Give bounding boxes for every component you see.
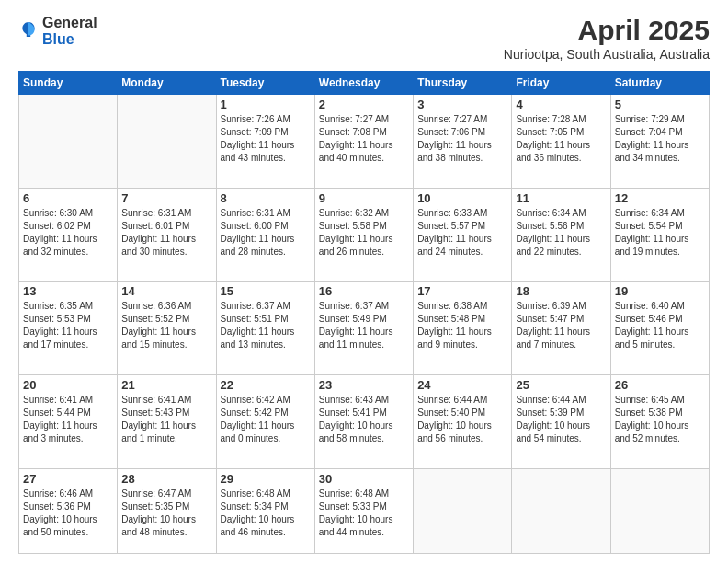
day-number: 6 bbox=[23, 191, 113, 205]
calendar-cell: 10Sunrise: 6:33 AM Sunset: 5:57 PM Dayli… bbox=[414, 188, 512, 282]
day-info: Sunrise: 6:40 AM Sunset: 5:46 PM Dayligh… bbox=[615, 300, 705, 351]
calendar-cell: 5Sunrise: 7:29 AM Sunset: 7:04 PM Daylig… bbox=[610, 95, 709, 189]
calendar-cell: 26Sunrise: 6:45 AM Sunset: 5:38 PM Dayli… bbox=[610, 374, 709, 468]
day-info: Sunrise: 6:47 AM Sunset: 5:35 PM Dayligh… bbox=[121, 488, 211, 539]
calendar-cell: 7Sunrise: 6:31 AM Sunset: 6:01 PM Daylig… bbox=[118, 188, 216, 282]
day-number: 21 bbox=[121, 378, 211, 392]
day-number: 14 bbox=[121, 284, 211, 298]
calendar-cell: 25Sunrise: 6:44 AM Sunset: 5:39 PM Dayli… bbox=[512, 374, 610, 468]
calendar-cell: 13Sunrise: 6:35 AM Sunset: 5:53 PM Dayli… bbox=[19, 282, 118, 375]
day-info: Sunrise: 6:48 AM Sunset: 5:33 PM Dayligh… bbox=[319, 488, 409, 539]
day-number: 5 bbox=[615, 98, 705, 111]
calendar-cell: 30Sunrise: 6:48 AM Sunset: 5:33 PM Dayli… bbox=[314, 468, 413, 553]
day-number: 25 bbox=[516, 378, 606, 392]
day-number: 10 bbox=[417, 191, 507, 205]
calendar-cell bbox=[118, 95, 216, 189]
day-info: Sunrise: 6:41 AM Sunset: 5:43 PM Dayligh… bbox=[121, 394, 211, 445]
day-number: 22 bbox=[221, 378, 311, 392]
calendar-cell: 11Sunrise: 6:34 AM Sunset: 5:56 PM Dayli… bbox=[512, 188, 610, 282]
col-friday: Friday bbox=[512, 72, 610, 95]
day-number: 19 bbox=[615, 284, 705, 298]
col-sunday: Sunday bbox=[19, 72, 118, 95]
day-number: 16 bbox=[319, 284, 409, 298]
calendar-cell: 17Sunrise: 6:38 AM Sunset: 5:48 PM Dayli… bbox=[414, 282, 512, 375]
calendar-cell: 24Sunrise: 6:44 AM Sunset: 5:40 PM Dayli… bbox=[414, 374, 512, 468]
day-info: Sunrise: 6:39 AM Sunset: 5:47 PM Dayligh… bbox=[516, 300, 606, 351]
calendar-cell: 12Sunrise: 6:34 AM Sunset: 5:54 PM Dayli… bbox=[610, 188, 709, 282]
calendar-cell bbox=[414, 468, 512, 553]
day-number: 12 bbox=[615, 191, 705, 205]
day-info: Sunrise: 6:38 AM Sunset: 5:48 PM Dayligh… bbox=[417, 300, 507, 351]
day-info: Sunrise: 6:45 AM Sunset: 5:38 PM Dayligh… bbox=[615, 394, 705, 445]
logo-blue: Blue bbox=[42, 31, 97, 48]
day-info: Sunrise: 6:41 AM Sunset: 5:44 PM Dayligh… bbox=[23, 394, 113, 445]
calendar-cell bbox=[512, 468, 610, 553]
calendar-cell: 23Sunrise: 6:43 AM Sunset: 5:41 PM Dayli… bbox=[314, 374, 413, 468]
day-number: 17 bbox=[417, 284, 507, 298]
day-info: Sunrise: 6:35 AM Sunset: 5:53 PM Dayligh… bbox=[23, 300, 113, 351]
sub-title: Nuriootpa, South Australia, Australia bbox=[504, 47, 710, 62]
day-info: Sunrise: 6:43 AM Sunset: 5:41 PM Dayligh… bbox=[319, 394, 409, 445]
logo-icon bbox=[18, 19, 39, 40]
day-info: Sunrise: 6:46 AM Sunset: 5:36 PM Dayligh… bbox=[23, 488, 113, 539]
calendar-cell: 3Sunrise: 7:27 AM Sunset: 7:06 PM Daylig… bbox=[414, 95, 512, 189]
day-number: 11 bbox=[516, 191, 606, 205]
col-saturday: Saturday bbox=[610, 72, 709, 95]
day-info: Sunrise: 6:37 AM Sunset: 5:49 PM Dayligh… bbox=[319, 300, 409, 351]
day-number: 3 bbox=[417, 98, 507, 111]
day-info: Sunrise: 6:48 AM Sunset: 5:34 PM Dayligh… bbox=[221, 488, 311, 539]
day-info: Sunrise: 6:44 AM Sunset: 5:39 PM Dayligh… bbox=[516, 394, 606, 445]
col-tuesday: Tuesday bbox=[216, 72, 314, 95]
day-info: Sunrise: 6:34 AM Sunset: 5:56 PM Dayligh… bbox=[516, 207, 606, 259]
day-number: 24 bbox=[417, 378, 507, 392]
day-info: Sunrise: 7:26 AM Sunset: 7:09 PM Dayligh… bbox=[221, 113, 311, 165]
calendar-cell: 19Sunrise: 6:40 AM Sunset: 5:46 PM Dayli… bbox=[610, 282, 709, 375]
calendar-cell: 29Sunrise: 6:48 AM Sunset: 5:34 PM Dayli… bbox=[216, 468, 314, 553]
calendar-cell: 2Sunrise: 7:27 AM Sunset: 7:08 PM Daylig… bbox=[314, 95, 413, 189]
day-number: 8 bbox=[221, 191, 311, 205]
day-info: Sunrise: 6:30 AM Sunset: 6:02 PM Dayligh… bbox=[23, 207, 113, 259]
col-wednesday: Wednesday bbox=[314, 72, 413, 95]
logo-general: General bbox=[42, 15, 97, 31]
day-number: 27 bbox=[23, 472, 113, 486]
day-info: Sunrise: 6:44 AM Sunset: 5:40 PM Dayligh… bbox=[417, 394, 507, 445]
day-number: 9 bbox=[319, 191, 409, 205]
calendar-cell: 21Sunrise: 6:41 AM Sunset: 5:43 PM Dayli… bbox=[118, 374, 216, 468]
day-info: Sunrise: 6:42 AM Sunset: 5:42 PM Dayligh… bbox=[221, 394, 311, 445]
calendar-cell: 1Sunrise: 7:26 AM Sunset: 7:09 PM Daylig… bbox=[216, 95, 314, 189]
day-number: 20 bbox=[23, 378, 113, 392]
day-number: 2 bbox=[319, 98, 409, 111]
day-number: 30 bbox=[319, 472, 409, 486]
day-number: 28 bbox=[121, 472, 211, 486]
calendar-header-row: Sunday Monday Tuesday Wednesday Thursday… bbox=[19, 72, 710, 95]
col-monday: Monday bbox=[118, 72, 216, 95]
day-info: Sunrise: 6:32 AM Sunset: 5:58 PM Dayligh… bbox=[319, 207, 409, 259]
day-number: 7 bbox=[121, 191, 211, 205]
day-info: Sunrise: 7:29 AM Sunset: 7:04 PM Dayligh… bbox=[615, 113, 705, 165]
calendar-cell: 4Sunrise: 7:28 AM Sunset: 7:05 PM Daylig… bbox=[512, 95, 610, 189]
day-info: Sunrise: 6:31 AM Sunset: 6:01 PM Dayligh… bbox=[121, 207, 211, 259]
day-number: 18 bbox=[516, 284, 606, 298]
day-number: 26 bbox=[615, 378, 705, 392]
day-number: 1 bbox=[221, 98, 311, 111]
calendar-table: Sunday Monday Tuesday Wednesday Thursday… bbox=[18, 71, 710, 554]
calendar-cell: 20Sunrise: 6:41 AM Sunset: 5:44 PM Dayli… bbox=[19, 374, 118, 468]
col-thursday: Thursday bbox=[414, 72, 512, 95]
day-info: Sunrise: 6:34 AM Sunset: 5:54 PM Dayligh… bbox=[615, 207, 705, 259]
calendar-cell bbox=[19, 95, 118, 189]
page: General Blue April 2025 Nuriootpa, South… bbox=[0, 0, 728, 563]
title-block: April 2025 Nuriootpa, South Australia, A… bbox=[504, 15, 710, 62]
calendar-cell: 22Sunrise: 6:42 AM Sunset: 5:42 PM Dayli… bbox=[216, 374, 314, 468]
day-info: Sunrise: 6:36 AM Sunset: 5:52 PM Dayligh… bbox=[121, 300, 211, 351]
calendar-cell bbox=[610, 468, 709, 553]
header: General Blue April 2025 Nuriootpa, South… bbox=[18, 15, 710, 62]
calendar-cell: 6Sunrise: 6:30 AM Sunset: 6:02 PM Daylig… bbox=[19, 188, 118, 282]
calendar-cell: 8Sunrise: 6:31 AM Sunset: 6:00 PM Daylig… bbox=[216, 188, 314, 282]
day-number: 15 bbox=[221, 284, 311, 298]
calendar-cell: 28Sunrise: 6:47 AM Sunset: 5:35 PM Dayli… bbox=[118, 468, 216, 553]
calendar-cell: 16Sunrise: 6:37 AM Sunset: 5:49 PM Dayli… bbox=[314, 282, 413, 375]
day-info: Sunrise: 6:37 AM Sunset: 5:51 PM Dayligh… bbox=[221, 300, 311, 351]
calendar-cell: 18Sunrise: 6:39 AM Sunset: 5:47 PM Dayli… bbox=[512, 282, 610, 375]
day-number: 4 bbox=[516, 98, 606, 111]
day-info: Sunrise: 7:27 AM Sunset: 7:08 PM Dayligh… bbox=[319, 113, 409, 165]
